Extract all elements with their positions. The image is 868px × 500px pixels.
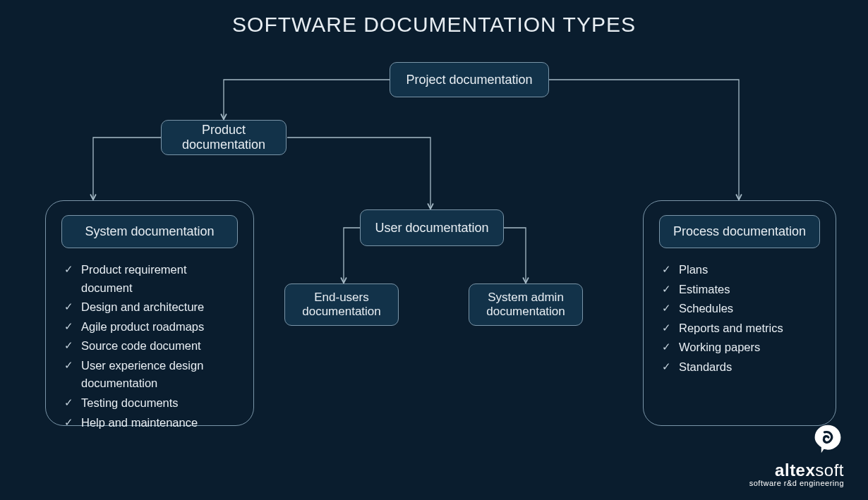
logo-brand-bold: altex [775,461,815,480]
node-sysadmin-documentation: System admin documentation [469,283,583,326]
node-process-documentation: Process documentation [659,215,820,248]
system-items-list: Product requirement documentDesign and a… [61,261,238,432]
list-item: Schedules [659,300,820,318]
logo-mark-icon [812,422,844,455]
list-item: User experience design documentation [61,357,238,393]
node-label: Process documentation [673,224,806,238]
node-product-documentation: Product documentation [161,120,287,155]
list-item: Estimates [659,281,820,299]
logo-brand-text: altexsoft [749,461,844,480]
node-label: System documentation [85,224,214,238]
altexsoft-logo: altexsoft software r&d engineering [749,422,844,487]
list-item: Reports and metrics [659,319,820,338]
panel-process-documentation: Process documentation PlansEstimatesSche… [643,200,836,426]
list-item: Product requirement document [61,261,238,297]
list-item: Testing documents [61,394,238,413]
list-item: Source code document [61,337,238,355]
node-user-documentation: User documentation [360,209,504,246]
list-item: Help and maintenance [61,414,238,432]
node-project-documentation: Project documentation [390,62,549,97]
node-label: Product documentation [169,123,279,152]
node-system-documentation: System documentation [61,215,238,248]
node-label: Project documentation [406,73,532,87]
diagram-title: SOFTWARE DOCUMENTATION TYPES [0,13,868,37]
list-item: Working papers [659,339,820,357]
node-label: End-users documentation [292,291,391,319]
panel-system-documentation: System documentation Product requirement… [45,200,254,426]
process-items-list: PlansEstimatesSchedulesReports and metri… [659,261,820,376]
node-label: User documentation [375,221,488,236]
list-item: Agile product roadmaps [61,318,238,336]
list-item: Design and architecture [61,298,238,317]
node-endusers-documentation: End-users documentation [284,283,399,326]
logo-brand-light: soft [815,461,844,480]
list-item: Standards [659,358,820,377]
list-item: Plans [659,261,820,279]
node-label: System admin documentation [476,291,575,319]
logo-tagline: software r&d engineering [749,479,844,487]
